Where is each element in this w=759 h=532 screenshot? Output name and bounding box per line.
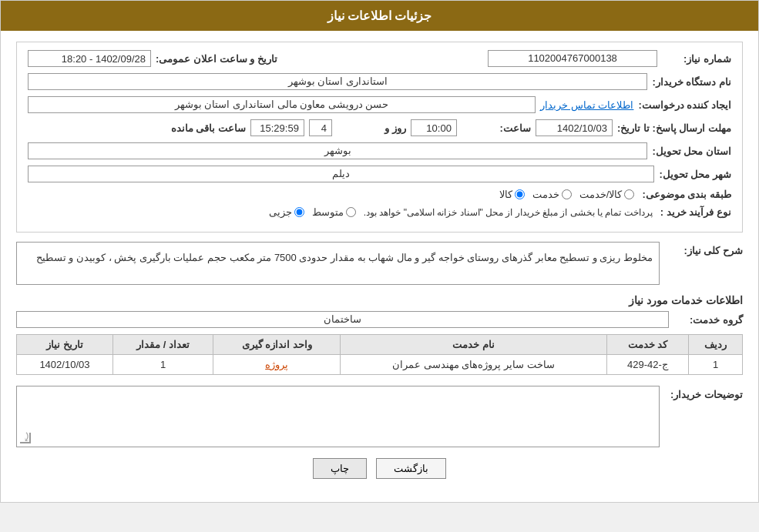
category-kala-khedmat-radio[interactable] [624,189,634,199]
need-number-value: 1102004767000138 [488,50,657,67]
buyer-notes-box[interactable]: ⤸ [16,386,660,447]
province-value: بوشهر [28,142,647,159]
purchase-jozei-item[interactable]: جزیی [269,206,304,218]
main-info-section: شماره نیاز: 1102004767000138 تاریخ و ساع… [16,42,743,233]
response-time-label: ساعت: [462,122,531,134]
print-button[interactable]: چاپ [313,458,367,479]
service-group-label: گروه خدمت: [673,314,743,326]
response-remaining: 15:29:59 [250,119,304,136]
purchase-jozei-label: جزیی [269,206,292,218]
response-label: مهلت ارسال پاسخ: تا تاریخ: [617,122,731,134]
response-days-label: روز و [337,122,406,134]
category-label: طبقه بندی موضوعی: [642,189,731,200]
col-header-qty: تعداد / مقدار [113,335,213,355]
purchase-radio-group: پرداخت تمام یا بخشی از مبلغ خریدار از مح… [269,206,653,218]
description-label: شرح کلی نیاز: [666,242,743,256]
buyer-org-value: استانداری استان بوشهر [28,73,647,90]
category-kala-label: کالا [499,189,512,200]
creator-label: ایجاد کننده درخواست: [638,99,731,111]
announcement-label: تاریخ و ساعت اعلان عمومی: [156,53,277,65]
need-number-label: شماره نیاز: [662,53,731,65]
purchase-motavaset-item[interactable]: متوسط [312,206,356,218]
response-remaining-label: ساعت باقی مانده [171,122,246,134]
services-section-label: اطلاعات خدمات مورد نیاز [16,294,743,306]
service-group-value: ساختمان [16,311,669,328]
col-header-row: ردیف [689,335,743,355]
city-value: دیلم [28,166,654,182]
buyer-notes-label: توضیحات خریدار: [666,386,743,400]
province-label: استان محل تحویل: [652,146,731,157]
contact-link[interactable]: اطلاعات تماس خریدار [540,99,633,111]
category-kala-radio[interactable] [515,189,525,199]
table-row: 1ج-42-429ساخت سایر پروژه‌های مهندسی عمرا… [17,355,743,375]
services-section: اطلاعات خدمات مورد نیاز گروه خدمت: ساختم… [16,294,743,375]
category-khedmat-label: خدمت [532,189,559,200]
response-date: 1402/10/03 [536,119,613,136]
description-value: مخلوط ریزی و تسطیح معابر گذرهای روستای خ… [16,242,660,285]
purchase-type-label: نوع فرآیند خرید : [660,206,731,218]
col-header-unit: واحد اندازه گیری [213,335,341,355]
response-time: 10:00 [411,119,457,136]
page-title: جزئیات اطلاعات نیاز [1,1,758,31]
purchase-motavaset-label: متوسط [312,206,344,218]
purchase-notice: پرداخت تمام یا بخشی از مبلغ خریدار از مح… [364,207,653,218]
buyer-org-label: نام دستگاه خریدار: [652,76,731,88]
category-radio-group: کالا/خدمت خدمت کالا [499,189,635,200]
category-khedmat-item[interactable]: خدمت [532,189,572,200]
announcement-value: 1402/09/28 - 18:20 [28,50,151,67]
col-header-code: کد خدمت [606,335,688,355]
purchase-motavaset-radio[interactable] [346,207,356,217]
category-kala-khedmat-label: کالا/خدمت [579,189,623,200]
col-header-name: نام خدمت [340,335,606,355]
category-kala-item[interactable]: کالا [499,189,525,200]
creator-value: حسن درویشی معاون مالی استانداری استان بو… [28,96,536,113]
category-khedmat-radio[interactable] [562,189,572,199]
response-days: 4 [309,119,332,136]
city-label: شهر محل تحویل: [659,169,731,180]
services-table: ردیف کد خدمت نام خدمت واحد اندازه گیری ت… [16,334,743,375]
back-button[interactable]: بازگشت [376,458,446,479]
col-header-date: تاریخ نیاز [17,335,113,355]
bottom-buttons: بازگشت چاپ [16,458,743,491]
purchase-jozei-radio[interactable] [294,207,304,217]
category-kala-khedmat-item[interactable]: کالا/خدمت [579,189,635,200]
